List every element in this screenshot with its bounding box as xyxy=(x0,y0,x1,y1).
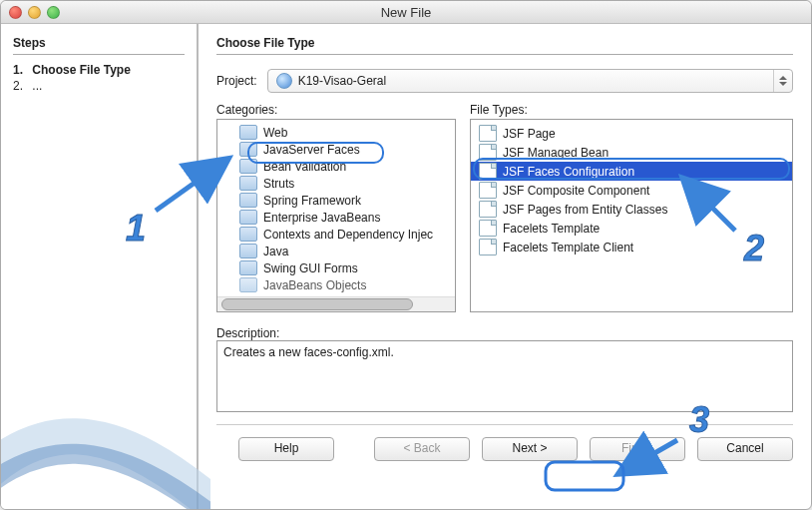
filetype-item[interactable]: JSF Managed Bean xyxy=(471,143,792,162)
category-item[interactable]: Spring Framework xyxy=(217,192,455,209)
window-title: New File xyxy=(1,5,811,20)
file-icon xyxy=(479,144,497,161)
folder-icon xyxy=(239,210,257,225)
category-item[interactable]: Java xyxy=(217,243,455,259)
help-button[interactable]: Help xyxy=(238,437,334,461)
category-item[interactable]: Swing GUI Forms xyxy=(217,259,455,276)
folder-icon xyxy=(239,277,257,292)
filetype-item[interactable]: Facelets Template xyxy=(471,219,792,238)
description-text: Creates a new faces-config.xml. xyxy=(223,345,394,359)
category-label: Spring Framework xyxy=(263,194,361,208)
category-label: JavaServer Faces xyxy=(263,143,360,157)
filetype-item[interactable]: JSF Page xyxy=(471,124,792,143)
filetype-label: JSF Pages from Entity Classes xyxy=(503,203,667,217)
description-label: Description: xyxy=(216,326,793,340)
filetype-label: Facelets Template xyxy=(503,222,600,236)
wizard-buttons: Help < Back Next > Finish Cancel xyxy=(216,424,793,461)
wizard-step: 1. Choose File Type xyxy=(13,63,185,77)
filetype-label: JSF Page xyxy=(503,127,556,141)
new-file-dialog: New File Steps 1. Choose File Type 2. ..… xyxy=(0,0,812,510)
folder-icon xyxy=(239,193,257,208)
filetype-label: JSF Composite Component xyxy=(503,184,649,198)
project-select[interactable]: K19-Visao-Geral xyxy=(267,69,793,93)
page-header: Choose File Type xyxy=(216,36,793,55)
file-icon xyxy=(479,125,497,142)
filetype-item[interactable]: JSF Faces Configuration xyxy=(471,162,792,181)
step-label: Choose File Type xyxy=(32,63,130,77)
category-label: Contexts and Dependency Injec xyxy=(263,228,433,242)
category-label: Struts xyxy=(263,177,294,191)
folder-icon xyxy=(239,227,257,242)
step-number: 2. xyxy=(13,79,29,93)
folder-icon xyxy=(239,176,257,191)
filetype-label: JSF Faces Configuration xyxy=(503,165,634,179)
category-item[interactable]: Bean Validation xyxy=(217,158,455,175)
file-icon xyxy=(479,201,497,218)
project-value: K19-Visao-Geral xyxy=(298,74,387,88)
sidebar-decoration-icon xyxy=(0,370,210,510)
category-item[interactable]: JavaServer Faces xyxy=(217,141,455,158)
globe-icon xyxy=(276,73,292,89)
category-item[interactable]: Enterprise JavaBeans xyxy=(217,209,455,226)
category-label: JavaBeans Objects xyxy=(263,278,366,292)
h-scrollbar[interactable] xyxy=(217,296,455,311)
filetypes-label: File Types: xyxy=(470,103,793,117)
category-label: Enterprise JavaBeans xyxy=(263,211,380,225)
category-label: Bean Validation xyxy=(263,160,346,174)
step-label: ... xyxy=(32,79,42,93)
filetype-label: JSF Managed Bean xyxy=(503,146,609,160)
project-label: Project: xyxy=(216,74,257,88)
cancel-button[interactable]: Cancel xyxy=(697,437,793,461)
h-scrollbar-thumb[interactable] xyxy=(221,298,413,310)
categories-label: Categories: xyxy=(216,103,456,117)
category-label: Swing GUI Forms xyxy=(263,261,358,275)
categories-listbox[interactable]: Web JavaServer Faces Bean Validation Str… xyxy=(216,119,456,312)
file-icon xyxy=(479,163,497,180)
wizard-main: Choose File Type Project: K19-Visao-Gera… xyxy=(199,24,811,510)
file-icon xyxy=(479,220,497,237)
back-button: < Back xyxy=(374,437,470,461)
wizard-step: 2. ... xyxy=(13,79,185,93)
stepper-arrows-icon[interactable] xyxy=(773,70,792,92)
steps-header: Steps xyxy=(13,36,185,55)
step-number: 1. xyxy=(13,63,29,77)
folder-icon xyxy=(239,244,257,258)
folder-icon xyxy=(239,260,257,275)
folder-icon xyxy=(239,159,257,174)
filetype-label: Facelets Template Client xyxy=(503,241,633,255)
next-button[interactable]: Next > xyxy=(482,437,578,461)
description-box: Creates a new faces-config.xml. xyxy=(216,340,793,412)
category-item[interactable]: Struts xyxy=(217,175,455,192)
category-item[interactable]: Contexts and Dependency Injec xyxy=(217,226,455,243)
folder-icon xyxy=(239,125,257,140)
file-icon xyxy=(479,239,497,255)
title-bar: New File xyxy=(1,1,811,24)
category-item[interactable]: Web xyxy=(217,124,455,141)
file-icon xyxy=(479,182,497,199)
folder-icon xyxy=(239,142,257,157)
filetypes-listbox[interactable]: JSF Page JSF Managed Bean JSF Faces Conf… xyxy=(470,119,793,312)
filetype-item[interactable]: JSF Composite Component xyxy=(471,181,792,200)
category-item[interactable]: JavaBeans Objects xyxy=(217,276,455,293)
filetype-item[interactable]: JSF Pages from Entity Classes xyxy=(471,200,792,219)
filetype-item[interactable]: Facelets Template Client xyxy=(471,238,792,256)
category-label: Web xyxy=(263,126,287,140)
category-label: Java xyxy=(263,245,288,258)
finish-button: Finish xyxy=(590,437,685,461)
wizard-sidebar: Steps 1. Choose File Type 2. ... xyxy=(1,24,199,510)
